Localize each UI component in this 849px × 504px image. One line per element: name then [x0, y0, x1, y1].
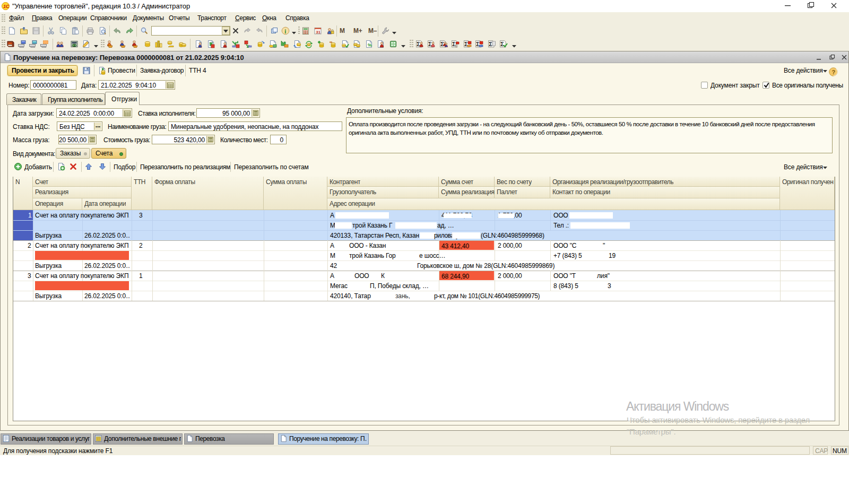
svg-text:%: % — [368, 42, 372, 48]
svg-text:$: $ — [74, 44, 75, 47]
svg-text:i: i — [284, 28, 286, 34]
svg-text:Σ: Σ — [440, 41, 444, 47]
svg-text:Σ: Σ — [500, 41, 504, 47]
svg-text:1C: 1C — [3, 4, 10, 9]
svg-text:Σ: Σ — [489, 41, 492, 47]
svg-text:31: 31 — [316, 30, 320, 34]
svg-text:Σ: Σ — [476, 41, 479, 47]
svg-text:Σ: Σ — [428, 41, 431, 47]
svg-text:Σ: Σ — [452, 41, 455, 47]
svg-text:Σ: Σ — [464, 41, 467, 47]
svg-text:?: ? — [832, 69, 836, 75]
svg-text:Σ: Σ — [417, 41, 420, 47]
